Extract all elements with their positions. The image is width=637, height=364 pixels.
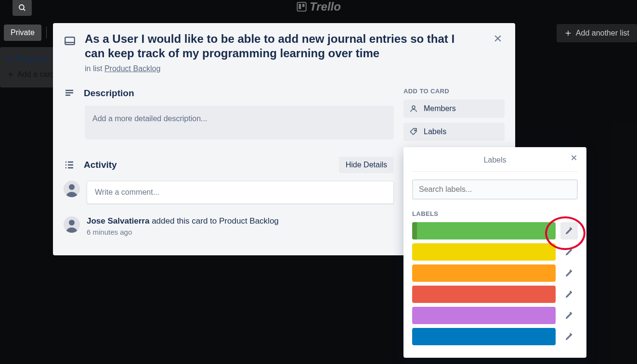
card-list-link[interactable]: Product Backlog: [104, 64, 161, 73]
labels-label: Labels: [424, 127, 446, 136]
svg-rect-4: [302, 4, 304, 7]
labels-popover-title: Labels: [412, 153, 578, 172]
pencil-icon: [565, 269, 573, 277]
activity-item: Jose Salvatierra added this card to Prod…: [64, 216, 394, 236]
activity-text: Jose Salvatierra added this card to Prod…: [87, 216, 279, 226]
activity-action: added this card to Product Backlog: [149, 216, 278, 226]
app-logo-text: Trello: [310, 0, 341, 13]
svg-rect-11: [65, 37, 75, 44]
topbar: Trello: [0, 0, 637, 15]
label-row-blue: [412, 328, 578, 345]
label-edit-blue[interactable]: [560, 328, 578, 345]
pencil-icon: [565, 333, 573, 340]
card-main-column: Description Add a more detailed descript…: [64, 88, 394, 236]
pencil-icon: [565, 312, 573, 319]
description-heading: Description: [84, 88, 134, 99]
card-in-list: in list Product Backlog: [85, 64, 505, 73]
close-button[interactable]: [489, 30, 507, 47]
add-to-card-heading: ADD TO CARD: [403, 88, 505, 95]
svg-point-26: [412, 106, 415, 109]
svg-point-0: [19, 5, 24, 10]
inlist-prefix: in list: [85, 64, 104, 73]
card-title[interactable]: As a User I would like to be able to add…: [85, 32, 470, 61]
label-edit-red[interactable]: [560, 286, 578, 303]
pencil-icon: [565, 290, 573, 298]
label-row-red: [412, 286, 578, 303]
label-edit-purple[interactable]: [560, 307, 578, 324]
visibility-button[interactable]: Private: [4, 25, 41, 41]
members-icon: [409, 104, 418, 113]
comment-row: Write a comment...: [64, 181, 394, 204]
description-input[interactable]: Add a more detailed description...: [85, 106, 394, 139]
label-row-orange: [412, 264, 578, 282]
comment-input[interactable]: Write a comment...: [87, 181, 394, 204]
trello-logo-icon: [296, 1, 307, 12]
svg-rect-2: [297, 2, 306, 11]
description-icon: [64, 88, 75, 99]
activity-heading: Activity: [84, 160, 117, 170]
members-label: Members: [424, 104, 456, 113]
label-row-yellow: [412, 243, 578, 261]
card-header: As a User I would like to be able to add…: [64, 32, 505, 61]
label-green[interactable]: [412, 222, 556, 239]
label-edit-yellow[interactable]: [560, 243, 578, 261]
close-icon: [493, 34, 503, 43]
hide-details-button[interactable]: Hide Details: [339, 157, 394, 173]
activity-icon: [64, 159, 75, 171]
members-button[interactable]: Members: [403, 100, 505, 118]
activity-time[interactable]: 6 minutes ago: [87, 228, 279, 236]
description-section-header: Description: [64, 88, 394, 99]
labels-popover-close[interactable]: [570, 154, 578, 162]
label-yellow[interactable]: [412, 243, 556, 261]
divider: [46, 27, 47, 38]
card-icon: [64, 35, 76, 47]
label-row-purple: [412, 307, 578, 324]
add-list-label: Add another list: [576, 29, 629, 38]
labels-search-input[interactable]: [412, 179, 578, 200]
labels-heading: LABELS: [412, 210, 578, 217]
label-row-green: [412, 222, 578, 239]
activity-author[interactable]: Jose Salvatierra: [87, 216, 149, 226]
svg-line-1: [23, 9, 25, 11]
activity-section-header: Activity: [64, 159, 117, 171]
label-red[interactable]: [412, 286, 556, 303]
label-purple[interactable]: [412, 307, 556, 324]
add-list-button[interactable]: Add another list: [557, 24, 637, 42]
add-card-label: Add a card: [17, 70, 54, 79]
app-logo[interactable]: Trello: [296, 0, 341, 13]
svg-point-23: [69, 184, 75, 190]
search-button[interactable]: [13, 0, 32, 16]
plus-icon: [7, 71, 14, 78]
label-edit-orange[interactable]: [560, 264, 578, 282]
labels-icon: [409, 127, 418, 136]
close-icon: [570, 154, 578, 162]
label-orange[interactable]: [412, 264, 556, 282]
svg-point-27: [415, 130, 416, 131]
activity-author-avatar[interactable]: [64, 216, 80, 233]
labels-popover: Labels LABELS: [403, 147, 586, 358]
pencil-icon: [565, 227, 573, 235]
pencil-icon: [565, 248, 573, 256]
labels-button[interactable]: Labels: [403, 123, 505, 141]
current-user-avatar[interactable]: [64, 181, 80, 197]
search-icon: [18, 3, 26, 12]
svg-rect-3: [299, 4, 301, 9]
label-edit-green[interactable]: [560, 222, 578, 239]
svg-point-25: [69, 220, 75, 226]
label-blue[interactable]: [412, 328, 556, 345]
plus-icon: [564, 29, 572, 37]
